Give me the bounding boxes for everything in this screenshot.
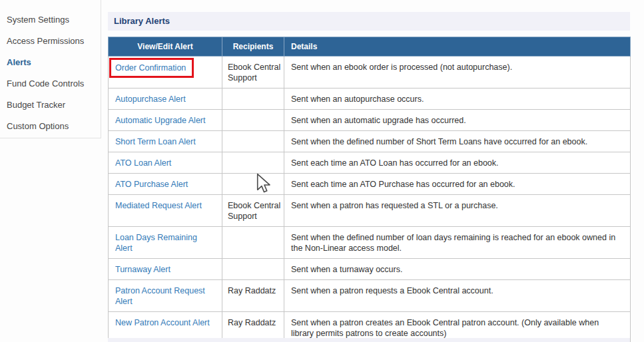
alert-link[interactable]: Short Term Loan Alert: [115, 137, 196, 146]
table-row: ATO Purchase AlertSent each time an ATO …: [109, 174, 631, 195]
alert-name-cell: Turnaway Alert: [109, 259, 222, 280]
alert-name-cell: Patron Account Request Alert: [109, 280, 222, 312]
table-row: Patron Account Request AlertRay RaddatzS…: [109, 280, 631, 312]
details-cell: Sent when an ebook order is processed (n…: [284, 57, 631, 88]
alert-link[interactable]: Patron Account Request Alert: [115, 286, 205, 306]
next-section-bar: [108, 338, 630, 342]
details-cell: Sent each time an ATO Loan has occurred …: [284, 152, 631, 174]
recipients-cell: [222, 110, 284, 131]
alert-name-cell: Autopurchase Alert: [109, 88, 222, 110]
alert-name-cell: Order Confirmation: [109, 57, 222, 88]
alert-link[interactable]: Order Confirmation: [115, 63, 186, 73]
alert-link[interactable]: New Patron Account Alert: [115, 318, 210, 327]
sidebar-item-fund-code-controls[interactable]: Fund Code Controls: [0, 73, 101, 94]
alerts-table: View/Edit Alert Recipients Details Order…: [108, 37, 631, 342]
column-header-details: Details: [284, 37, 631, 57]
table-row: Mediated Request AlertEbook Central Supp…: [109, 195, 631, 227]
page-title: Library Alerts: [114, 16, 170, 26]
table-row: Automatic Upgrade AlertSent when an auto…: [109, 110, 631, 131]
highlight-callout-box: Order Confirmation: [109, 58, 194, 78]
sidebar-item-access-permissions[interactable]: Access Permissions: [0, 31, 101, 52]
details-cell: Sent when an automatic upgrade has occur…: [284, 110, 631, 131]
alert-name-cell: Short Term Loan Alert: [109, 131, 222, 152]
alert-link[interactable]: ATO Purchase Alert: [115, 180, 188, 189]
sidebar-item-alerts[interactable]: Alerts: [0, 52, 101, 73]
sidebar-item-custom-options[interactable]: Custom Options: [0, 116, 101, 137]
recipients-cell: Ebook Central Support: [222, 195, 284, 227]
alert-name-cell: Mediated Request Alert: [109, 195, 222, 227]
alert-name-cell: Automatic Upgrade Alert: [109, 110, 222, 131]
recipients-cell: [222, 174, 284, 195]
library-alerts-page: System SettingsAccess PermissionsAlertsF…: [0, 0, 644, 342]
recipients-cell: [222, 227, 284, 259]
table-header-row: View/Edit Alert Recipients Details: [109, 37, 631, 57]
alert-name-cell: ATO Loan Alert: [109, 152, 222, 174]
alert-link[interactable]: Automatic Upgrade Alert: [115, 116, 206, 125]
recipients-cell: [222, 88, 284, 110]
alert-link[interactable]: Turnaway Alert: [115, 265, 170, 274]
alert-name-cell: Loan Days Remaining Alert: [109, 227, 222, 259]
table-row: Autopurchase AlertSent when an autopurch…: [109, 88, 631, 110]
alert-link[interactable]: ATO Loan Alert: [115, 158, 171, 168]
details-cell: Sent when an autopurchase occurs.: [284, 88, 631, 110]
details-cell: Sent when a patron has requested a STL o…: [284, 195, 631, 227]
table-row: ATO Loan AlertSent each time an ATO Loan…: [109, 152, 631, 174]
recipients-cell: [222, 131, 284, 152]
recipients-cell: Ebook Central Support: [222, 57, 284, 88]
details-cell: Sent when a turnaway occurs.: [284, 259, 631, 280]
main-content: Library Alerts View/Edit Alert Recipient…: [108, 12, 630, 342]
table-row: Loan Days Remaining AlertSent when the d…: [109, 227, 631, 259]
column-header-recipients: Recipients: [222, 37, 284, 57]
sidebar-item-system-settings[interactable]: System Settings: [0, 9, 101, 31]
table-row: Order ConfirmationEbook Central SupportS…: [109, 57, 631, 88]
recipients-cell: [222, 259, 284, 280]
table-row: Turnaway AlertSent when a turnaway occur…: [109, 259, 631, 280]
recipients-cell: [222, 152, 284, 174]
details-cell: Sent each time an ATO Purchase has occur…: [284, 174, 631, 195]
section-header: Library Alerts: [108, 12, 630, 31]
sidebar-item-budget-tracker[interactable]: Budget Tracker: [0, 94, 101, 116]
alert-link[interactable]: Autopurchase Alert: [115, 94, 186, 104]
settings-sidebar: System SettingsAccess PermissionsAlertsF…: [0, 0, 101, 138]
recipients-cell: Ray Raddatz: [222, 280, 284, 312]
alert-link[interactable]: Mediated Request Alert: [115, 201, 202, 210]
alert-name-cell: ATO Purchase Alert: [109, 174, 222, 195]
table-row: Short Term Loan AlertSent when the defin…: [109, 131, 631, 152]
alert-link[interactable]: Loan Days Remaining Alert: [115, 233, 197, 253]
details-cell: Sent when the defined number of Short Te…: [284, 131, 631, 152]
details-cell: Sent when a patron requests a Ebook Cent…: [284, 280, 631, 312]
details-cell: Sent when the defined number of loan day…: [284, 227, 631, 259]
column-header-view-edit-alert: View/Edit Alert: [109, 37, 222, 57]
